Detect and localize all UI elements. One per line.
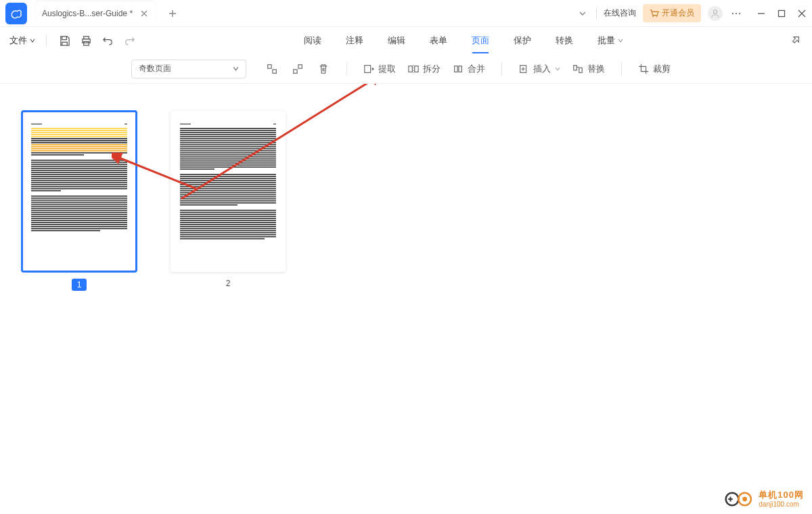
svg-rect-15: [409, 66, 412, 72]
svg-point-1: [656, 16, 658, 17]
replace-button[interactable]: 替换: [572, 63, 605, 75]
chevron-down-icon[interactable]: [576, 7, 589, 20]
svg-rect-9: [83, 41, 89, 45]
page-filter-value: 奇数页面: [139, 63, 171, 74]
file-menu-label: 文件: [9, 34, 27, 47]
svg-point-4: [736, 12, 737, 14]
page-thumbnail-item[interactable]: ▬▬▬▬▬: [171, 111, 286, 291]
tab-annotate[interactable]: 注释: [346, 32, 363, 49]
page-thumbnail-1[interactable]: ▬▬▬▬▬: [22, 111, 137, 272]
vip-button[interactable]: 开通会员: [643, 4, 701, 22]
chevron-down-icon: [555, 66, 560, 72]
tab-batch-label: 批量: [597, 34, 615, 47]
svg-rect-16: [415, 66, 418, 72]
add-tab-icon[interactable]: [165, 6, 180, 21]
redo-icon[interactable]: [122, 34, 136, 47]
vip-label: 开通会员: [662, 7, 694, 19]
svg-rect-8: [83, 36, 89, 39]
tab-edit[interactable]: 编辑: [388, 32, 405, 49]
tab-batch[interactable]: 批量: [597, 32, 623, 49]
merge-label: 合并: [468, 63, 485, 75]
svg-rect-21: [579, 68, 582, 72]
page-thumbnail-2[interactable]: ▬▬▬▬▬: [171, 111, 286, 272]
title-bar: Auslogics-B...ser-Guide * 在线咨询 开通会员: [0, 0, 812, 27]
page-number-badge: 1: [72, 279, 87, 291]
tab-form[interactable]: 表单: [430, 32, 447, 49]
rotate-left-icon[interactable]: [265, 62, 279, 76]
page-toolbar: 奇数页面 提取 拆分 合并 插入: [0, 54, 812, 84]
replace-label: 替换: [587, 63, 605, 75]
extract-button[interactable]: 提取: [363, 63, 396, 75]
crop-button[interactable]: 裁剪: [638, 63, 671, 75]
merge-button[interactable]: 合并: [453, 63, 485, 75]
svg-point-0: [652, 16, 654, 17]
undo-icon[interactable]: [101, 34, 114, 47]
page-workspace: ▬▬▬▬▬: [0, 84, 812, 514]
svg-rect-10: [268, 64, 271, 68]
user-avatar-icon[interactable]: [708, 6, 723, 21]
tab-page[interactable]: 页面: [472, 32, 489, 49]
tab-convert[interactable]: 转换: [556, 32, 573, 49]
merge-icon: [453, 64, 464, 74]
page-thumbnail-item[interactable]: ▬▬▬▬▬: [22, 111, 137, 291]
svg-rect-12: [298, 64, 302, 68]
insert-button[interactable]: 插入: [518, 63, 560, 75]
share-icon[interactable]: [790, 34, 803, 47]
crop-label: 裁剪: [653, 63, 671, 75]
svg-rect-17: [455, 66, 457, 72]
split-button[interactable]: 拆分: [408, 63, 441, 75]
chevron-down-icon: [30, 38, 35, 43]
watermark: 单机100网 danji100.com: [725, 490, 804, 509]
svg-rect-14: [365, 65, 371, 72]
chevron-down-icon: [233, 66, 239, 72]
page-filter-select[interactable]: 奇数页面: [131, 60, 246, 78]
maximize-icon[interactable]: [777, 9, 786, 18]
minimize-icon[interactable]: [757, 9, 766, 18]
cart-icon: [650, 9, 659, 18]
more-icon[interactable]: [729, 7, 743, 20]
document-tab[interactable]: Auslogics-B...ser-Guide *: [35, 1, 156, 26]
chevron-down-icon: [618, 38, 623, 43]
svg-rect-18: [459, 66, 461, 72]
extract-icon: [363, 64, 374, 74]
tab-read[interactable]: 阅读: [304, 32, 321, 49]
online-inquiry-link[interactable]: 在线咨询: [604, 7, 636, 19]
watermark-title: 单机100网: [759, 490, 804, 500]
crop-icon: [638, 64, 649, 74]
svg-point-26: [743, 497, 748, 502]
file-menu[interactable]: 文件: [9, 34, 35, 47]
page-number-badge: 2: [226, 279, 231, 288]
svg-rect-13: [294, 69, 297, 72]
replace-icon: [572, 64, 583, 74]
extract-label: 提取: [378, 63, 396, 75]
insert-label: 插入: [533, 63, 551, 75]
tab-protect[interactable]: 保护: [514, 32, 531, 49]
split-icon: [408, 64, 419, 74]
svg-point-3: [732, 12, 734, 14]
app-logo: [5, 3, 27, 24]
svg-rect-6: [779, 10, 785, 16]
delete-icon[interactable]: [317, 62, 330, 76]
watermark-url: danji100.com: [759, 500, 804, 508]
watermark-logo-icon: [725, 490, 754, 509]
close-tab-icon[interactable]: [139, 9, 149, 18]
split-label: 拆分: [423, 63, 441, 75]
menu-bar: 文件 阅读 注释 编辑 表单 页面 保护 转换 批量: [0, 27, 812, 54]
close-icon[interactable]: [797, 9, 807, 18]
save-icon[interactable]: [58, 34, 71, 47]
svg-point-2: [713, 9, 717, 13]
insert-icon: [518, 64, 529, 74]
print-icon[interactable]: [79, 34, 93, 47]
rotate-right-icon[interactable]: [291, 62, 304, 76]
svg-rect-20: [574, 65, 577, 70]
tab-title: Auslogics-B...ser-Guide *: [42, 9, 133, 18]
svg-rect-11: [273, 69, 276, 72]
svg-point-5: [739, 12, 740, 14]
